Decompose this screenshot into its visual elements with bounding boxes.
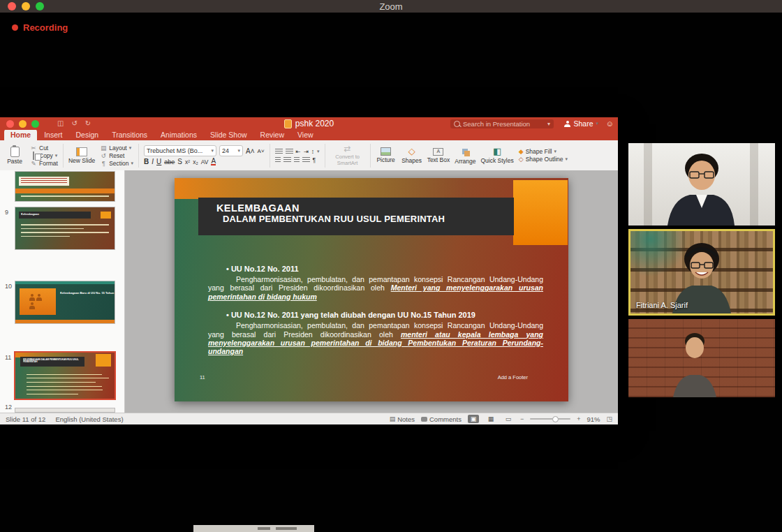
font-name-caret-icon: ▾ bbox=[212, 148, 214, 154]
zoom-out-button[interactable]: − bbox=[520, 415, 524, 422]
normal-view-button[interactable]: ▣ bbox=[468, 415, 479, 423]
footer-placeholder[interactable]: Add a Footer bbox=[498, 374, 528, 380]
arrange-icon bbox=[462, 149, 468, 154]
undo-icon[interactable]: ↺ bbox=[71, 117, 77, 130]
slide-thumbnail-8[interactable] bbox=[15, 172, 115, 201]
increase-font-button[interactable]: A˄ bbox=[246, 147, 255, 155]
bullets-icon[interactable] bbox=[275, 149, 283, 154]
tab-review[interactable]: Review bbox=[254, 129, 290, 140]
redo-icon[interactable]: ↻ bbox=[85, 117, 91, 130]
document-icon bbox=[284, 119, 292, 128]
fit-slide-button[interactable]: ◳ bbox=[606, 415, 612, 422]
align-center-icon[interactable] bbox=[283, 157, 291, 163]
participant-video-3[interactable] bbox=[628, 319, 775, 397]
search-input[interactable]: Search in Presentation ▾ bbox=[450, 119, 554, 128]
ribbon-tab-bar: Home Insert Design Transitions Animation… bbox=[0, 130, 618, 140]
new-slide-icon bbox=[76, 147, 87, 156]
fullscreen-button[interactable] bbox=[36, 2, 44, 10]
comments-button[interactable]: Comments bbox=[429, 415, 462, 423]
justify-icon[interactable] bbox=[302, 157, 310, 163]
copy-button[interactable]: Copy ▾ bbox=[30, 152, 58, 159]
account-button[interactable]: ☺ bbox=[606, 117, 614, 130]
tab-insert[interactable]: Insert bbox=[38, 129, 68, 140]
slide-title-box[interactable]: KELEMBAGAAN DALAM PEMBENTUKAN RUU USUL P… bbox=[198, 198, 514, 235]
participant-name: Fitriani A. Sjarif bbox=[636, 301, 688, 309]
align-left-icon[interactable] bbox=[275, 157, 281, 163]
font-name-select[interactable]: Trebuchet MS (Bo... ▾ bbox=[144, 145, 216, 156]
slide-thumbnail-11-selected[interactable]: KELEMBAGAAN DALAM PEMBENTUKAN RUU USUL P… bbox=[15, 353, 115, 399]
zoom-titlebar: Zoom bbox=[0, 0, 782, 13]
slide-thumbnail-9[interactable]: Kelembagaan bbox=[15, 207, 115, 249]
underline-button[interactable]: U bbox=[156, 158, 161, 165]
format-painter-button[interactable]: ✎ Format bbox=[30, 160, 58, 167]
tab-design[interactable]: Design bbox=[69, 129, 105, 140]
zoom-slider-knob[interactable] bbox=[552, 416, 559, 422]
format-brush-icon: ✎ bbox=[30, 160, 37, 167]
tab-home[interactable]: Home bbox=[4, 129, 37, 140]
numbering-icon[interactable] bbox=[286, 149, 293, 154]
arrange-button[interactable]: Arrange bbox=[455, 146, 475, 165]
indent-decrease-icon[interactable]: ⇤ bbox=[296, 148, 301, 155]
participant-video-2-active-speaker[interactable]: Fitriani A. Sjarif bbox=[628, 229, 775, 316]
shape-outline-button[interactable]: ◇ Shape Outline ▾ bbox=[519, 156, 568, 163]
text-direction-icon[interactable]: ¶ bbox=[313, 156, 316, 163]
slide-title-line2: DALAM PEMBENTUKAN RUU USUL PEMERINTAH bbox=[223, 214, 514, 224]
kerning-button[interactable]: AV bbox=[201, 158, 209, 165]
tab-slide-show[interactable]: Slide Show bbox=[204, 129, 253, 140]
font-size-select[interactable]: 24 ▾ bbox=[219, 145, 243, 156]
layout-caret-icon: ▾ bbox=[129, 145, 132, 152]
convert-smartart-button[interactable]: ⇄ Convert to SmartArt bbox=[330, 145, 365, 166]
line-spacing-icon[interactable]: ↕ bbox=[311, 148, 314, 155]
bullet-paragraph: Pengharmonisasian, pembulatan, dan peman… bbox=[208, 321, 543, 356]
cut-button[interactable]: ✂ Cut bbox=[30, 145, 58, 152]
italic-button[interactable]: I bbox=[152, 158, 154, 165]
shape-fill-button[interactable]: ◆ Shape Fill ▾ bbox=[519, 148, 568, 155]
paste-button[interactable]: Paste bbox=[4, 147, 25, 165]
notes-button[interactable]: Notes bbox=[397, 415, 415, 423]
section-button[interactable]: ¶ Section ▾ bbox=[100, 160, 133, 167]
subscript-button[interactable]: x₂ bbox=[193, 158, 198, 165]
picture-button[interactable]: Picture bbox=[376, 147, 397, 163]
bold-button[interactable]: B bbox=[144, 158, 149, 165]
search-placeholder: Search in Presentation bbox=[463, 120, 530, 128]
shapes-button[interactable]: ◇ Shapes bbox=[401, 147, 422, 164]
align-right-icon[interactable] bbox=[294, 157, 300, 163]
slide-number-label: 10 bbox=[5, 283, 12, 290]
slide-canvas[interactable]: KELEMBAGAAN DALAM PEMBENTUKAN RUU USUL P… bbox=[175, 178, 568, 401]
view-switch-icon[interactable]: ◫ bbox=[57, 117, 64, 130]
tab-view[interactable]: View bbox=[291, 129, 320, 140]
participant-video-1[interactable] bbox=[628, 143, 775, 226]
superscript-button[interactable]: x² bbox=[185, 158, 190, 165]
indent-increase-icon[interactable]: ⇥ bbox=[304, 148, 309, 155]
reset-button[interactable]: ↺ Reset bbox=[100, 152, 133, 159]
ppt-fullscreen-button[interactable] bbox=[31, 120, 39, 128]
slideshow-view-button[interactable]: ▭ bbox=[503, 415, 514, 423]
language-button[interactable]: English (United States) bbox=[55, 415, 123, 423]
powerpoint-titlebar: ◫ ↺ ↻ pshk 2020 Search in Presentation ▾… bbox=[0, 117, 618, 130]
text-box-button[interactable]: A Text Box bbox=[427, 148, 450, 163]
zoom-level[interactable]: 91% bbox=[586, 415, 600, 423]
zoom-in-button[interactable]: + bbox=[577, 415, 580, 422]
tab-animations[interactable]: Animations bbox=[154, 129, 203, 140]
shadow-button[interactable]: S bbox=[177, 158, 182, 165]
share-button[interactable]: Share ▾ bbox=[564, 117, 598, 130]
slide-thumbnail-10[interactable]: Kelembagaan Baru di UU No. 15 Tahun 2019 bbox=[15, 281, 115, 323]
background-window-sliver bbox=[193, 525, 314, 532]
new-slide-button[interactable]: New Slide bbox=[68, 147, 95, 164]
close-button[interactable] bbox=[8, 2, 16, 10]
font-color-button[interactable]: A bbox=[211, 158, 216, 165]
ppt-close-button[interactable] bbox=[6, 120, 14, 128]
ppt-minimize-button[interactable] bbox=[19, 120, 27, 128]
workspace: 9 Kelembagaan 10 bbox=[0, 170, 618, 413]
quick-styles-button[interactable]: ◧ Quick Styles bbox=[480, 147, 513, 164]
strikethrough-button[interactable]: abe bbox=[164, 158, 175, 165]
layout-button[interactable]: ▤ Layout ▾ bbox=[100, 145, 133, 152]
slide-sorter-view-button[interactable]: ▦ bbox=[485, 415, 496, 423]
tab-transitions[interactable]: Transitions bbox=[105, 129, 154, 140]
search-caret-icon: ▾ bbox=[547, 121, 550, 127]
slide-body-text[interactable]: UU No.12 No. 2011 Pengharmonisasian, pem… bbox=[208, 265, 543, 366]
slide-thumbnail-12[interactable] bbox=[15, 408, 115, 412]
minimize-button[interactable] bbox=[22, 2, 30, 10]
zoom-slider[interactable] bbox=[530, 418, 570, 420]
decrease-font-button[interactable]: A˅ bbox=[258, 148, 265, 154]
